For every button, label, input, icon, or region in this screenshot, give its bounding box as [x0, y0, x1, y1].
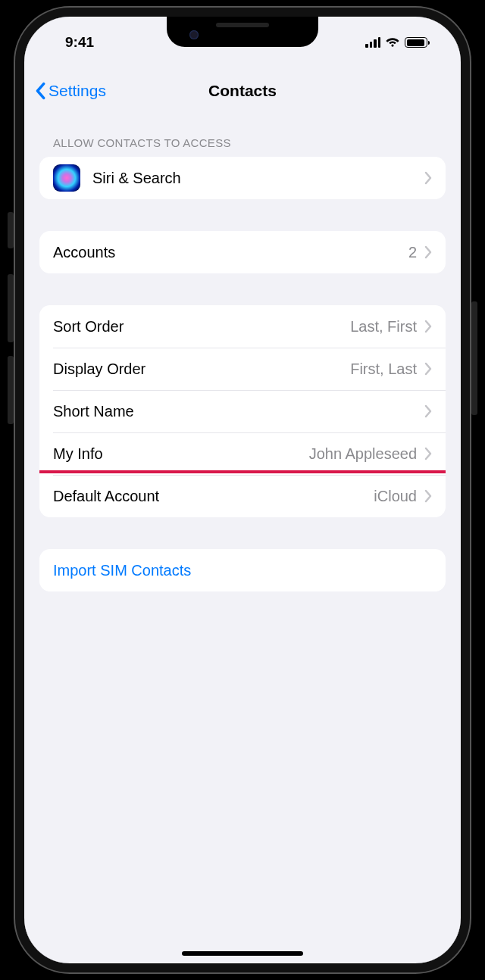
chevron-right-icon — [424, 447, 432, 460]
volume-down-button — [8, 356, 14, 424]
status-time: 9:41 — [52, 34, 94, 51]
volume-up-button — [8, 274, 14, 342]
default-account-value: iCloud — [374, 488, 417, 505]
home-indicator[interactable] — [182, 951, 303, 956]
chevron-right-icon — [424, 245, 432, 259]
short-name-label: Short Name — [53, 403, 424, 420]
my-info-label: My Info — [53, 445, 309, 463]
section-header-access: ALLOW CONTACTS TO ACCESS — [39, 130, 446, 157]
chevron-right-icon — [424, 489, 432, 503]
default-account-label: Default Account — [53, 488, 374, 505]
siri-icon — [53, 164, 80, 192]
phone-frame: 9:41 Settings Contacts ALLOW CONT — [15, 8, 470, 972]
device-notch — [167, 17, 318, 47]
group-access: Siri & Search — [39, 157, 446, 199]
chevron-right-icon — [424, 362, 432, 376]
row-import-sim-contacts[interactable]: Import SIM Contacts — [39, 549, 446, 591]
row-sort-order[interactable]: Sort Order Last, First — [39, 305, 446, 348]
group-import: Import SIM Contacts — [39, 549, 446, 591]
row-default-account[interactable]: Default Account iCloud — [39, 475, 446, 517]
group-display-options: Sort Order Last, First Display Order Fir… — [39, 305, 446, 517]
siri-label: Siri & Search — [92, 170, 424, 187]
back-button[interactable]: Settings — [35, 82, 106, 100]
battery-icon — [405, 37, 427, 48]
chevron-right-icon — [424, 404, 432, 418]
my-info-value: John Appleseed — [309, 445, 417, 463]
nav-bar: Settings Contacts — [24, 67, 461, 115]
display-order-label: Display Order — [53, 360, 350, 378]
sort-order-value: Last, First — [350, 318, 417, 336]
chevron-right-icon — [424, 320, 432, 333]
wifi-icon — [385, 37, 400, 48]
display-order-value: First, Last — [350, 360, 417, 378]
row-accounts[interactable]: Accounts 2 — [39, 231, 446, 273]
accounts-label: Accounts — [53, 244, 408, 261]
settings-content: ALLOW CONTACTS TO ACCESS Siri & Search A… — [24, 130, 461, 963]
import-sim-label: Import SIM Contacts — [53, 562, 432, 579]
screen: 9:41 Settings Contacts ALLOW CONT — [24, 17, 461, 963]
sort-order-label: Sort Order — [53, 318, 350, 336]
silent-switch — [8, 212, 14, 248]
page-title: Contacts — [208, 82, 277, 100]
row-my-info[interactable]: My Info John Appleseed — [39, 432, 446, 475]
cellular-signal-icon — [365, 37, 380, 48]
power-button — [471, 301, 477, 415]
row-display-order[interactable]: Display Order First, Last — [39, 348, 446, 390]
chevron-left-icon — [35, 82, 45, 100]
chevron-right-icon — [424, 171, 432, 185]
group-accounts: Accounts 2 — [39, 231, 446, 273]
back-label: Settings — [48, 82, 106, 100]
accounts-value: 2 — [408, 244, 417, 261]
row-short-name[interactable]: Short Name — [39, 390, 446, 432]
row-siri-search[interactable]: Siri & Search — [39, 157, 446, 199]
